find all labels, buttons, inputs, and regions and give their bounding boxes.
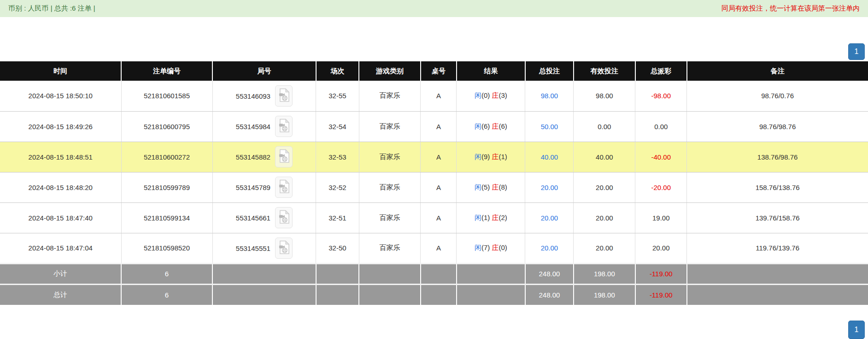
- cell-remark: 119.76/139.76: [687, 233, 868, 263]
- cell-round-id: 553145551: [212, 233, 316, 263]
- cell-time: 2024-08-15 18:50:10: [0, 81, 121, 111]
- round-id-text: 553145984: [236, 123, 270, 131]
- info-banner: 币别 : 人民币 | 总共 :6 注单 | 同局有效投注，统一计算在该局第一张注…: [0, 0, 868, 17]
- cell-table-no: A: [421, 81, 457, 111]
- round-id-text: 553145661: [236, 214, 270, 222]
- footer-valid-bet: 198.00: [574, 263, 635, 284]
- header-row: 时间注单编号局号场次游戏类别桌号结果总投注有效投注总派彩备注: [0, 61, 868, 81]
- footer-empty-game-type: [359, 284, 421, 305]
- column-header-table-no: 桌号: [421, 61, 457, 81]
- cell-round-id: 553145661: [212, 202, 316, 233]
- footer-empty-table-no: [421, 263, 457, 284]
- cell-payout: -98.00: [635, 81, 687, 111]
- result-banker-count: (6): [499, 122, 507, 130]
- cell-valid-bet: 20.00: [574, 202, 635, 233]
- pagination-bottom: 1: [0, 321, 868, 339]
- cell-session: 32-54: [316, 111, 359, 142]
- video-replay-button[interactable]: [275, 177, 293, 198]
- cell-table-no: A: [421, 111, 457, 142]
- video-replay-button[interactable]: [275, 85, 293, 107]
- cell-valid-bet: 98.00: [574, 81, 635, 111]
- column-header-total-bet: 总投注: [525, 61, 574, 81]
- cell-round-id: 553145882: [212, 142, 316, 172]
- table-row: 2024-08-15 18:47:40521810599134553145661…: [0, 202, 868, 233]
- footer-remark: [687, 284, 868, 305]
- cell-bet-id: 521810599789: [121, 172, 212, 202]
- video-file-icon: [278, 210, 290, 226]
- result-player-count: (7): [481, 244, 492, 251]
- cell-table-no: A: [421, 142, 457, 172]
- page-button-1[interactable]: 1: [848, 43, 865, 60]
- video-file-icon: [278, 119, 290, 134]
- cell-result: 闲(7) 庄(0): [457, 233, 525, 263]
- cell-result: 闲(5) 庄(8): [457, 172, 525, 202]
- table-row: 2024-08-15 18:47:04521810598520553145551…: [0, 233, 868, 263]
- video-replay-button[interactable]: [275, 238, 293, 259]
- result-banker-count: (2): [499, 214, 507, 221]
- video-file-icon: [278, 240, 290, 256]
- cell-payout: -20.00: [635, 172, 687, 202]
- column-header-remark: 备注: [687, 61, 868, 81]
- result-player-label: 闲: [475, 183, 481, 191]
- video-replay-button[interactable]: [275, 146, 293, 167]
- cell-remark: 98.76/0.76: [687, 81, 868, 111]
- result-banker-count: (8): [499, 183, 507, 191]
- footer-valid-bet: 198.00: [574, 284, 635, 305]
- cell-total-bet: 20.00: [525, 172, 574, 202]
- footer-empty-session: [316, 263, 359, 284]
- footer-remark: [687, 263, 868, 284]
- cell-bet-id: 521810601585: [121, 81, 212, 111]
- table-row: 2024-08-15 18:48:20521810599789553145789…: [0, 172, 868, 202]
- cell-round-id: 553145789: [212, 172, 316, 202]
- table-header: 时间注单编号局号场次游戏类别桌号结果总投注有效投注总派彩备注: [0, 61, 868, 81]
- cell-time: 2024-08-15 18:47:04: [0, 233, 121, 263]
- footer-empty-session: [316, 284, 359, 305]
- column-header-round-id: 局号: [212, 61, 316, 81]
- cell-total-bet: 20.00: [525, 202, 574, 233]
- result-banker-count: (3): [499, 91, 507, 99]
- footer-label: 小计: [0, 263, 121, 284]
- subtotal-row: 小计6248.00198.00-119.00: [0, 263, 868, 284]
- page-button-1[interactable]: 1: [848, 321, 865, 339]
- footer-empty-round-id: [212, 284, 316, 305]
- column-header-result: 结果: [457, 61, 525, 81]
- cell-valid-bet: 0.00: [574, 111, 635, 142]
- result-banker-label: 庄: [492, 183, 499, 191]
- cell-total-bet: 40.00: [525, 142, 574, 172]
- footer-empty-game-type: [359, 263, 421, 284]
- footer-count: 6: [121, 263, 212, 284]
- footer-payout: -119.00: [635, 284, 687, 305]
- video-replay-button[interactable]: [275, 207, 293, 228]
- result-player-count: (1): [481, 214, 492, 221]
- round-id-text: 553145882: [236, 153, 270, 161]
- video-file-icon: [278, 179, 290, 195]
- total-row: 总计6248.00198.00-119.00: [0, 284, 868, 305]
- result-banker-label: 庄: [492, 244, 499, 251]
- cell-payout: 0.00: [635, 111, 687, 142]
- footer-label: 总计: [0, 284, 121, 305]
- cell-total-bet: 50.00: [525, 111, 574, 142]
- cell-payout: 20.00: [635, 233, 687, 263]
- table-body: 2024-08-15 18:50:10521810601585553146093…: [0, 81, 868, 263]
- result-player-label: 闲: [475, 122, 481, 130]
- cell-game-type: 百家乐: [359, 111, 421, 142]
- result-player-label: 闲: [475, 244, 481, 251]
- cell-time: 2024-08-15 18:48:51: [0, 142, 121, 172]
- cell-game-type: 百家乐: [359, 142, 421, 172]
- cell-result: 闲(9) 庄(1): [457, 142, 525, 172]
- column-header-session: 场次: [316, 61, 359, 81]
- cell-table-no: A: [421, 172, 457, 202]
- video-replay-button[interactable]: [275, 116, 293, 137]
- result-banker-label: 庄: [492, 122, 499, 130]
- cell-time: 2024-08-15 18:49:26: [0, 111, 121, 142]
- table-row: 2024-08-15 18:48:51521810600272553145882…: [0, 142, 868, 172]
- cell-session: 32-50: [316, 233, 359, 263]
- footer-total-bet: 248.00: [525, 284, 574, 305]
- result-player-label: 闲: [475, 214, 481, 221]
- table-row: 2024-08-15 18:50:10521810601585553146093…: [0, 81, 868, 111]
- cell-game-type: 百家乐: [359, 172, 421, 202]
- cell-session: 32-51: [316, 202, 359, 233]
- cell-session: 32-52: [316, 172, 359, 202]
- footer-empty-result: [457, 263, 525, 284]
- result-banker-count: (0): [499, 244, 507, 251]
